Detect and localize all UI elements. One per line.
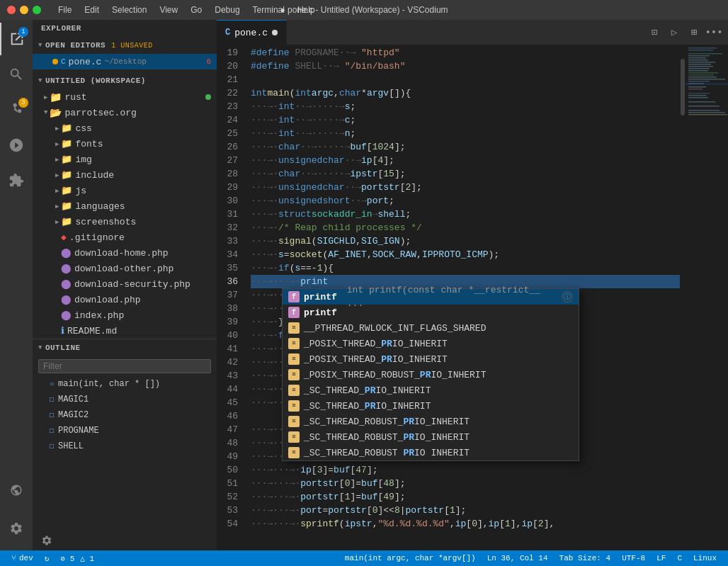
menu-file[interactable]: File xyxy=(52,4,77,16)
include-folder[interactable]: ▶ 📁 include xyxy=(33,167,217,183)
menu-selection[interactable]: Selection xyxy=(106,4,152,16)
parrotsec-arrow: ▼ xyxy=(44,109,47,116)
editor-scrollbar[interactable] xyxy=(680,45,686,550)
run-button[interactable]: ▷ xyxy=(666,24,683,41)
ac-item-11[interactable]: ≡ _SC_THREAD_ROBUST PRIO INHERIT xyxy=(283,445,579,460)
ac-item-7[interactable]: ≡ _SC_THREAD_PRIO_INHERIT xyxy=(283,383,579,398)
source-control-activity-icon[interactable]: 3 xyxy=(0,94,33,126)
code-line-24: ···→·int··→·····→c; xyxy=(251,113,680,127)
fonts-icon: 📁 xyxy=(61,138,72,149)
outline-header[interactable]: ▼ OUTLINE xyxy=(33,339,217,356)
debug-activity-icon[interactable] xyxy=(0,129,33,162)
os-status[interactable]: Linux xyxy=(688,550,722,566)
autocomplete-dropdown[interactable]: f printf int printf(const char *__restri… xyxy=(282,288,579,461)
open-editors-section[interactable]: ▼ OPEN EDITORS 1 UNSAVED xyxy=(33,37,217,54)
css-icon: 📁 xyxy=(61,123,72,134)
outline-magic1[interactable]: □ MAGIC1 xyxy=(33,392,217,407)
outline-magic2[interactable]: □ MAGIC2 xyxy=(33,407,217,423)
download-other-file[interactable]: ⬤ download-other.php xyxy=(33,261,217,276)
menu-go[interactable]: Go xyxy=(185,4,207,16)
sync-status[interactable]: ↻ xyxy=(39,550,55,566)
ac-var-icon8: ≡ xyxy=(288,400,300,412)
minimize-button[interactable] xyxy=(20,6,28,14)
maximize-button[interactable] xyxy=(33,6,41,14)
tab-size-status[interactable]: Tab Size: 4 xyxy=(554,550,617,566)
git-dot xyxy=(205,94,211,100)
rust-folder[interactable]: ▶ 📁 rust xyxy=(33,89,217,105)
ac-item-pthread[interactable]: ≡ __PTHREAD_RWLOCK_INT_FLAGS_SHARED xyxy=(283,320,579,336)
download-home-file[interactable]: ⬤ download-home.php xyxy=(33,245,217,261)
errors-status[interactable]: ⊘ 5 △ 1 xyxy=(55,550,100,566)
svg-rect-12 xyxy=(688,72,718,74)
code-line-32: ···→·/* Reap child processes */ xyxy=(251,221,680,234)
ac-var-icon10: ≡ xyxy=(288,431,300,443)
svg-rect-27 xyxy=(688,112,725,113)
cursor-position-status[interactable]: Ln 36, Col 14 xyxy=(482,550,554,566)
ss-arrow: ▶ xyxy=(55,218,59,226)
code-line-31: ···→·struct sockaddr_in→shell; xyxy=(251,208,680,221)
parrotsec-folder[interactable]: ▼ 📂 parrotsec.org xyxy=(33,105,217,120)
outline-shell[interactable]: □ SHELL xyxy=(33,438,217,454)
outline-filter-input[interactable] xyxy=(38,359,211,373)
index-php-file[interactable]: ⬤ index.php xyxy=(33,307,217,323)
tab-filename: pone.c xyxy=(234,28,268,38)
open-editors-arrow: ▼ xyxy=(38,42,42,49)
function-info-status[interactable]: main(int argc, char *argv[]) xyxy=(339,550,482,566)
menu-edit[interactable]: Edit xyxy=(79,4,105,16)
ac-var-icon5: ≡ xyxy=(288,353,300,365)
svg-rect-22 xyxy=(688,95,706,96)
download-php-file[interactable]: ⬤ download.php xyxy=(33,292,217,307)
js-folder[interactable]: ▶ 📁 js xyxy=(33,183,217,198)
git-branch-status[interactable]: ⑂ dev xyxy=(6,550,39,566)
sidebar-settings[interactable] xyxy=(33,531,217,550)
extensions-activity-icon[interactable] xyxy=(0,164,33,197)
ac-info-button1[interactable]: ⓘ xyxy=(562,291,573,302)
outline-const-icon4: □ xyxy=(50,443,54,451)
explorer-activity-icon[interactable]: 1 xyxy=(0,23,33,55)
settings-activity-icon[interactable] xyxy=(0,512,33,545)
ac-item-9[interactable]: ≡ _SC_THREAD_ROBUST_PRIO_INHERIT xyxy=(283,414,579,429)
languages-folder[interactable]: ▶ 📁 languages xyxy=(33,198,217,214)
readme-file[interactable]: ℹ README.md xyxy=(33,323,217,339)
remote-activity-icon[interactable] xyxy=(0,474,33,506)
outline-progname[interactable]: □ PROGNAME xyxy=(33,423,217,438)
window-controls xyxy=(0,6,41,14)
ac-item-8[interactable]: ≡ _SC_THREAD_PRIO_INHERIT xyxy=(283,398,579,414)
language-status[interactable]: C xyxy=(671,550,688,566)
close-button[interactable] xyxy=(7,6,16,14)
fonts-folder[interactable]: ▶ 📁 fonts xyxy=(33,136,217,152)
unsaved-badge: 1 UNSAVED xyxy=(111,42,153,50)
svg-rect-13 xyxy=(688,74,714,76)
svg-rect-10 xyxy=(688,68,710,69)
ac-item-10[interactable]: ≡ _SC_THREAD_ROBUST_PRIO_INHERIT xyxy=(283,429,579,445)
menu-view[interactable]: View xyxy=(154,4,183,16)
toggle-panel-button[interactable]: ⊞ xyxy=(686,24,703,41)
code-area[interactable]: 💡 #define PROGNAME··→ "httpd" #define SH… xyxy=(245,45,680,550)
workspace-section[interactable]: ▼ UNTITLED (WORKSPACE) xyxy=(33,72,217,89)
ac-item-printf1[interactable]: f printf int printf(const char *__restri… xyxy=(283,289,579,305)
editor-content: 1920212223 2425262728 2930313233 3435363… xyxy=(217,45,728,550)
encoding-status[interactable]: UTF-8 xyxy=(616,550,651,566)
ac-item-4[interactable]: ≡ _POSIX_THREAD_PRIO_INHERIT xyxy=(283,336,579,351)
php5-icon: ⬤ xyxy=(61,310,72,321)
download-security-file[interactable]: ⬤ download-security.php xyxy=(33,276,217,292)
css-folder[interactable]: ▶ 📁 css xyxy=(33,120,217,136)
tab-bar: C pone.c ⊡ ▷ ⊞ ••• xyxy=(217,20,728,45)
img-folder[interactable]: ▶ 📁 img xyxy=(33,152,217,167)
sidebar: EXPLORER ▼ OPEN EDITORS 1 UNSAVED C pone… xyxy=(33,20,217,550)
line-ending-status[interactable]: LF xyxy=(651,550,671,566)
outline-main[interactable]: ○ main(int, char * []) xyxy=(33,376,217,392)
ac-item-6[interactable]: ≡ _POSIX_THREAD_ROBUST_PRIO_INHERIT xyxy=(283,367,579,383)
code-line-51: ···→···→·portstr[0] = buf[48]; xyxy=(251,477,680,490)
ac-item-5[interactable]: ≡ _POSIX_THREAD_PRIO_INHERIT xyxy=(283,351,579,367)
scrollbar-thumb[interactable] xyxy=(681,59,685,115)
editor-tab[interactable]: C pone.c xyxy=(217,20,287,45)
open-file-item[interactable]: C pone.c ~/Desktop 6 xyxy=(33,54,217,69)
gitignore-file[interactable]: ◆ .gitignore xyxy=(33,230,217,245)
split-editor-button[interactable]: ⊡ xyxy=(646,24,663,41)
svg-rect-11 xyxy=(688,70,708,72)
menu-debug[interactable]: Debug xyxy=(209,4,245,16)
screenshots-folder[interactable]: ▶ 📁 screenshots xyxy=(33,214,217,230)
more-actions-button[interactable]: ••• xyxy=(705,24,722,41)
search-activity-icon[interactable] xyxy=(0,58,33,91)
